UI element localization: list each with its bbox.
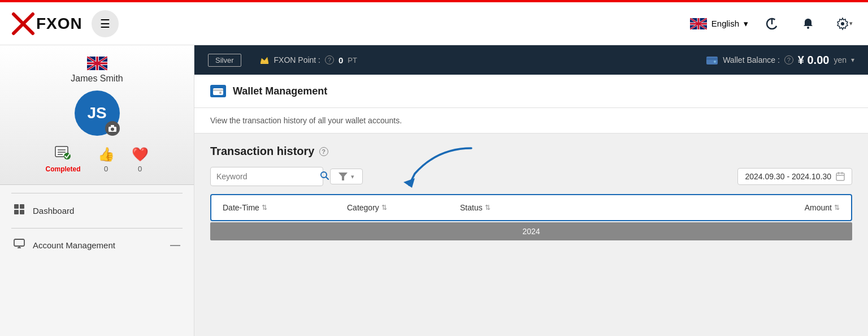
wallet-balance-area: Wallet Balance : ? ¥ 0.00 yen ▾ [706, 54, 854, 67]
svg-rect-33 [14, 204, 19, 209]
search-input[interactable] [216, 172, 315, 181]
completed-label: Completed [45, 165, 80, 173]
monitor-icon [14, 239, 25, 252]
nav-menu: Dashboard Account Management — [0, 185, 194, 265]
wallet-amount: ¥ 0.00 [798, 54, 830, 67]
completed-stat: Completed [45, 146, 80, 173]
nav-divider-1 [11, 193, 183, 193]
settings-button[interactable]: ▾ [832, 11, 857, 36]
filter-icon [338, 173, 348, 180]
transaction-title: Transaction history ? [210, 145, 852, 158]
svg-rect-37 [14, 239, 24, 246]
transaction-title-text: Transaction history [210, 145, 315, 158]
collapse-icon: — [170, 239, 180, 251]
section-title: Wallet Management [233, 85, 327, 97]
svg-rect-46 [213, 89, 223, 91]
gear-icon [836, 17, 849, 31]
col-datetime-label: Date-Time [223, 203, 259, 212]
fxon-point-info-icon[interactable]: ? [325, 55, 334, 64]
computer-icon [14, 239, 25, 249]
hamburger-button[interactable]: ☰ [92, 10, 119, 37]
language-chevron: ▾ [744, 19, 748, 29]
heart-stat: ❤️ 0 [132, 147, 149, 173]
filter-button[interactable]: ▾ [330, 169, 363, 184]
nav-divider-2 [11, 228, 183, 229]
col-header-status: Status ⇅ [460, 203, 584, 212]
sort-amount-icon[interactable]: ⇅ [834, 204, 840, 212]
power-icon [765, 17, 779, 31]
col-category-label: Category [347, 203, 379, 212]
svg-rect-35 [14, 210, 19, 214]
user-stats: Completed 👍 0 ❤️ 0 [45, 146, 148, 173]
sort-category-icon[interactable]: ⇅ [381, 204, 387, 212]
search-icon[interactable] [320, 171, 329, 182]
thumbs-up-icon: 👍 [98, 147, 115, 162]
grid-icon [14, 204, 25, 215]
svg-rect-52 [836, 173, 844, 180]
power-button[interactable] [760, 11, 784, 36]
svg-rect-41 [261, 63, 268, 64]
user-profile: James Smith JS [0, 45, 194, 185]
wallet-balance-info-icon[interactable]: ? [784, 55, 793, 64]
sidebar-item-account-management[interactable]: Account Management — [0, 231, 194, 260]
tier-badge: Silver [208, 54, 241, 67]
crown-icon [259, 55, 270, 65]
sort-status-icon[interactable]: ⇅ [485, 204, 491, 212]
user-flag-icon [87, 57, 107, 70]
magnifier-icon [320, 171, 329, 180]
svg-point-15 [841, 22, 844, 25]
language-label: English [711, 19, 739, 28]
logo-area: FXON ☰ [11, 10, 690, 37]
camera-icon [108, 125, 116, 132]
notifications-button[interactable] [796, 11, 821, 36]
checklist-icon [55, 146, 71, 160]
col-status-label: Status [460, 203, 483, 212]
logo: FXON [11, 12, 83, 36]
sidebar-item-account-management-label: Account Management [33, 240, 162, 250]
wallet-header-icon [213, 87, 223, 95]
search-box [210, 167, 323, 186]
svg-line-49 [326, 177, 328, 179]
fxon-point-unit: PT [348, 56, 357, 64]
sidebar-item-dashboard[interactable]: Dashboard [0, 196, 194, 226]
avatar-initials: JS [87, 104, 106, 122]
fxon-logo-icon [11, 12, 35, 36]
settings-chevron: ▾ [849, 20, 853, 27]
user-name: James Smith [71, 74, 123, 84]
col-header-category: Category ⇅ [347, 203, 460, 212]
language-selector[interactable]: English ▾ [690, 18, 748, 29]
bell-icon [801, 17, 815, 31]
svg-rect-45 [213, 88, 223, 95]
table-header: Date-Time ⇅ Category ⇅ Status ⇅ Amount ⇅ [210, 194, 852, 221]
description-bar: View the transaction history of all your… [194, 108, 868, 133]
content-area: Silver FXON Point : ? 0 PT Wallet Balanc… [194, 45, 868, 336]
svg-rect-34 [20, 204, 24, 209]
svg-point-47 [219, 92, 222, 94]
completed-icon [55, 146, 71, 163]
logo-text: FXON [36, 15, 83, 33]
sort-datetime-icon[interactable]: ⇅ [262, 204, 267, 212]
sidebar: James Smith JS [0, 45, 194, 336]
filter-chevron: ▾ [351, 173, 354, 180]
fxon-point-stat: FXON Point : ? 0 PT [259, 55, 357, 65]
like-stat: 👍 0 [98, 147, 115, 173]
camera-button[interactable] [105, 121, 120, 136]
svg-marker-40 [261, 57, 268, 63]
transaction-info-icon[interactable]: ? [319, 147, 328, 156]
wallet-chevron-icon[interactable]: ▾ [851, 56, 854, 64]
date-range-value: 2024.09.30 - 2024.10.30 [745, 172, 831, 181]
year-row-2024: 2024 [210, 222, 852, 240]
svg-point-26 [111, 128, 114, 131]
col-amount-label: Amount [805, 203, 832, 212]
topbar: FXON ☰ English ▾ [0, 0, 868, 45]
wallet-section-icon [210, 85, 226, 97]
page-content: Wallet Management View the transaction h… [194, 75, 868, 336]
fxon-point-label: FXON Point : [274, 55, 320, 64]
svg-rect-27 [111, 125, 114, 127]
description-text: View the transaction history of all your… [210, 116, 402, 125]
date-range-picker[interactable]: 2024.09.30 - 2024.10.30 [737, 168, 852, 185]
avatar-container: JS [75, 91, 120, 136]
heart-count: 0 [138, 165, 142, 173]
svg-marker-50 [338, 173, 348, 180]
svg-rect-36 [20, 210, 24, 214]
